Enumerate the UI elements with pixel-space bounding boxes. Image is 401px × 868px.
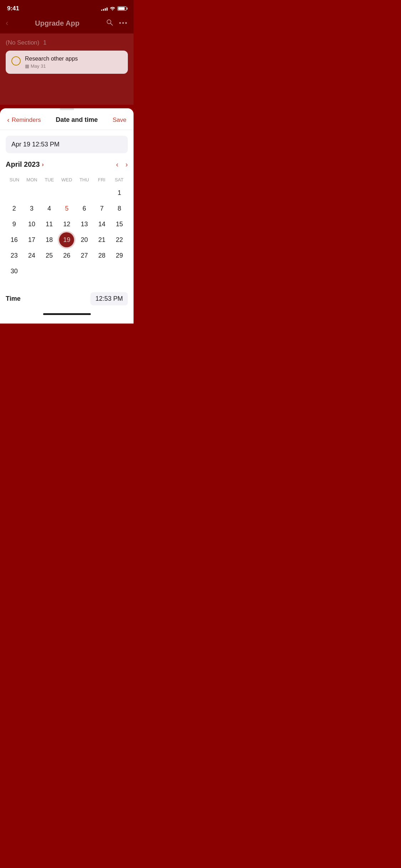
cal-day-27[interactable]: 27 (77, 248, 92, 263)
more-icon[interactable]: ••• (119, 20, 128, 27)
bottom-sheet: ‹ Reminders Date and time Save Apr 19 12… (0, 108, 134, 324)
cal-day-empty (42, 264, 57, 279)
cal-day-empty (77, 185, 92, 200)
day-header-tue: TUE (41, 176, 58, 184)
svg-line-1 (111, 23, 113, 25)
cal-day-5[interactable]: 5 (59, 201, 74, 216)
app-nav-bar: ‹ Upgrade App ••• (0, 15, 134, 33)
cal-day-15[interactable]: 15 (112, 217, 127, 232)
cal-day-empty (94, 185, 109, 200)
date-display-field[interactable]: Apr 19 12:53 PM (6, 136, 128, 153)
save-button[interactable]: Save (113, 117, 126, 124)
cal-day-24[interactable]: 24 (24, 248, 39, 263)
cal-day-13[interactable]: 13 (77, 217, 92, 232)
cal-day-empty (112, 264, 127, 279)
svg-point-0 (107, 20, 111, 24)
cal-day-17[interactable]: 17 (24, 232, 39, 247)
section-header: (No Section) 1 (6, 39, 128, 46)
cal-day-21[interactable]: 21 (94, 232, 109, 247)
sheet-title: Date and time (56, 116, 98, 124)
cal-day-empty (7, 185, 22, 200)
wifi-icon (110, 6, 115, 11)
day-header-thu: THU (75, 176, 93, 184)
status-bar: 9:41 (0, 0, 134, 15)
task-info: Research other apps ▦ May 31 (25, 56, 122, 69)
date-display-text: Apr 19 12:53 PM (11, 141, 59, 148)
home-bar (43, 313, 91, 315)
cal-day-23[interactable]: 23 (7, 248, 22, 263)
cal-day-empty (59, 185, 74, 200)
cal-day-empty (24, 264, 39, 279)
calendar-section: April 2023 › ‹ › SUN MON TUE WED THU FRI… (0, 159, 134, 284)
app-back-button[interactable]: ‹ (6, 19, 8, 28)
status-icons (101, 6, 126, 11)
cal-day-12[interactable]: 12 (59, 217, 74, 232)
calendar-header: April 2023 › ‹ › (6, 159, 128, 170)
cal-day-30[interactable]: 30 (7, 264, 22, 279)
time-value[interactable]: 12:53 PM (90, 292, 128, 305)
day-header-sun: SUN (6, 176, 23, 184)
month-chevron-icon: › (42, 161, 44, 168)
cal-day-18[interactable]: 18 (42, 232, 57, 247)
task-card[interactable]: Research other apps ▦ May 31 (6, 51, 128, 74)
cal-day-29[interactable]: 29 (112, 248, 127, 263)
battery-icon (118, 6, 126, 11)
app-nav-actions: ••• (106, 19, 128, 28)
app-title: Upgrade App (35, 19, 79, 27)
next-month-button[interactable]: › (125, 160, 128, 169)
task-complete-button[interactable] (11, 56, 21, 66)
cal-day-22[interactable]: 22 (112, 232, 127, 247)
cal-day-19-selected[interactable]: 19 (59, 232, 74, 247)
cal-day-6[interactable]: 6 (77, 201, 92, 216)
background-content: (No Section) 1 Research other apps ▦ May… (0, 33, 134, 105)
cal-day-empty (59, 264, 74, 279)
month-year-label[interactable]: April 2023 › (6, 160, 44, 169)
cal-day-20[interactable]: 20 (77, 232, 92, 247)
day-header-mon: MON (23, 176, 41, 184)
chevron-left-icon: ‹ (7, 116, 10, 124)
cal-day-25[interactable]: 25 (42, 248, 57, 263)
task-date: ▦ May 31 (25, 63, 122, 69)
calendar-grid: 1 2 3 4 5 6 7 8 9 10 11 12 13 14 15 16 1… (6, 185, 128, 279)
home-indicator (0, 310, 134, 324)
prev-month-button[interactable]: ‹ (116, 160, 119, 169)
cal-day-1[interactable]: 1 (112, 185, 127, 200)
cal-day-10[interactable]: 10 (24, 217, 39, 232)
cal-day-9[interactable]: 9 (7, 217, 22, 232)
cal-day-8[interactable]: 8 (112, 201, 127, 216)
day-header-wed: WED (58, 176, 75, 184)
search-icon[interactable] (106, 19, 113, 28)
calendar-icon: ▦ (25, 63, 29, 69)
sheet-nav: ‹ Reminders Date and time Save (0, 110, 134, 130)
day-header-fri: FRI (93, 176, 110, 184)
cal-day-empty (24, 185, 39, 200)
cal-day-3[interactable]: 3 (24, 201, 39, 216)
sheet-back-button[interactable]: ‹ Reminders (7, 116, 41, 124)
signal-icon (101, 6, 108, 11)
cal-day-2[interactable]: 2 (7, 201, 22, 216)
cal-day-14[interactable]: 14 (94, 217, 109, 232)
cal-day-28[interactable]: 28 (94, 248, 109, 263)
cal-day-11[interactable]: 11 (42, 217, 57, 232)
cal-day-7[interactable]: 7 (94, 201, 109, 216)
day-headers: SUN MON TUE WED THU FRI SAT (6, 176, 128, 184)
cal-day-4[interactable]: 4 (42, 201, 57, 216)
status-time: 9:41 (7, 5, 19, 12)
task-title: Research other apps (25, 56, 122, 62)
time-label: Time (6, 295, 21, 303)
day-header-sat: SAT (110, 176, 128, 184)
cal-day-26[interactable]: 26 (59, 248, 74, 263)
cal-day-empty (77, 264, 92, 279)
cal-day-empty (94, 264, 109, 279)
time-row: Time 12:53 PM (0, 287, 134, 310)
cal-day-16[interactable]: 16 (7, 232, 22, 247)
cal-day-empty (42, 185, 57, 200)
calendar-nav: ‹ › (116, 160, 128, 169)
